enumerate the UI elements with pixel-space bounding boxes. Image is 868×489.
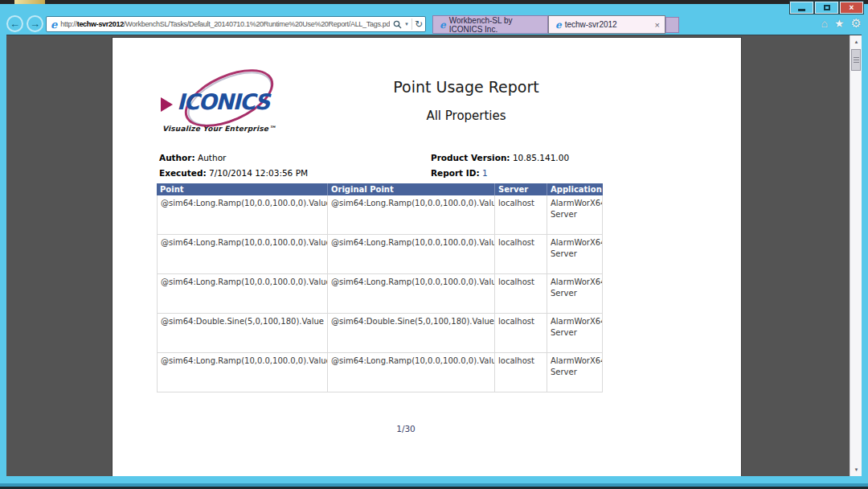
address-bar[interactable]: e http://techw-svr2012/WorkbenchSL/Tasks… xyxy=(46,16,426,32)
report-table-body: @sim64:Long.Ramp(10,0.0,100.0,0).Value@s… xyxy=(157,195,603,392)
back-button[interactable]: ← xyxy=(6,15,23,32)
scroll-down-icon: ▼ xyxy=(854,467,859,472)
table-cell-original_point: @sim64:Long.Ramp(10,0.0,100.0,0).Value xyxy=(328,353,495,392)
tab-techw-svr2012[interactable]: e techw-svr2012 × xyxy=(548,15,665,34)
table-row: @sim64:Long.Ramp(10,0.0,100.0,0).Value@s… xyxy=(157,195,603,235)
table-cell-original_point: @sim64:Long.Ramp(10,0.0,100.0,0).Value xyxy=(328,235,495,273)
table-cell-application: AlarmWorX64 Server xyxy=(547,274,603,313)
thumb-grip xyxy=(854,60,859,60)
window-controls: × xyxy=(790,2,863,14)
tab-label: techw-svr2012 xyxy=(565,20,617,29)
table-cell-point: @sim64:Long.Ramp(10,0.0,100.0,0).Value xyxy=(157,235,328,273)
table-cell-server: localhost xyxy=(495,195,547,234)
table-cell-point: @sim64:Long.Ramp(10,0.0,100.0,0).Value xyxy=(157,274,328,313)
table-row: @sim64:Long.Ramp(10,0.0,100.0,0).Value@s… xyxy=(157,353,603,392)
maximize-button[interactable] xyxy=(815,2,838,14)
table-cell-server: localhost xyxy=(495,235,547,273)
new-tab-button[interactable] xyxy=(665,17,679,33)
table-cell-point: @sim64:Long.Ramp(10,0.0,100.0,0).Value xyxy=(157,195,328,234)
thumb-grip xyxy=(854,62,859,63)
address-divider xyxy=(411,18,412,30)
ie-tab-icon: e xyxy=(440,20,446,30)
tab-label: Workbench-SL by ICONICS Inc. xyxy=(449,16,542,34)
url-host: techw-svr2012 xyxy=(77,20,124,28)
table-cell-original_point: @sim64:Long.Ramp(10,0.0,100.0,0).Value xyxy=(328,274,495,313)
autocomplete-caret-icon[interactable]: ▼ xyxy=(404,22,409,27)
logo-triangle-icon xyxy=(161,97,173,112)
table-cell-server: localhost xyxy=(495,314,547,352)
favorites-star-icon[interactable]: ★ xyxy=(834,18,845,29)
settings-gear-icon[interactable]: ⚙ xyxy=(851,17,862,29)
thumb-grip xyxy=(854,57,859,58)
table-cell-server: localhost xyxy=(495,274,547,313)
table-cell-application: AlarmWorX64 Server xyxy=(547,314,603,352)
column-header: Server xyxy=(495,183,547,195)
forward-button[interactable]: → xyxy=(27,15,43,32)
logo-tagline: Visualize Your Enterprise™ xyxy=(162,125,276,133)
scroll-up-icon: ▲ xyxy=(854,39,859,44)
vertical-scrollbar[interactable]: ▲ ▼ xyxy=(850,35,862,476)
minimize-icon xyxy=(798,9,805,11)
report-subtitle: All Properties xyxy=(313,109,619,123)
table-cell-application: AlarmWorX64 Server xyxy=(547,353,603,392)
maximize-icon xyxy=(824,5,830,10)
logo-brand-text: ICONICS xyxy=(177,89,269,114)
close-icon: × xyxy=(850,3,854,12)
browser-toolbar-icons: ⌂ ★ ⚙ xyxy=(821,17,862,29)
background-window-edge xyxy=(0,0,868,4)
table-cell-original_point: @sim64:Long.Ramp(10,0.0,100.0,0).Value xyxy=(328,195,495,234)
column-header: Point xyxy=(157,183,328,195)
ie-tab-icon: e xyxy=(555,20,562,30)
minimize-button[interactable] xyxy=(790,2,813,14)
table-cell-application: AlarmWorX64 Server xyxy=(547,195,603,234)
scrollbar-thumb[interactable] xyxy=(851,49,861,71)
tab-workbench[interactable]: e Workbench-SL by ICONICS Inc. xyxy=(432,15,548,34)
home-icon[interactable]: ⌂ xyxy=(821,18,828,29)
browser-navbar: ← → e http://techw-svr2012/WorkbenchSL/T… xyxy=(0,14,868,35)
table-row: @sim64:Double.Sine(5,0,100,180).Value@si… xyxy=(157,314,603,353)
column-header: Original Point xyxy=(328,183,495,195)
search-icon[interactable] xyxy=(393,20,402,29)
back-icon: ← xyxy=(10,18,20,30)
forward-icon: → xyxy=(30,18,40,30)
report-title: Point Usage Report xyxy=(313,78,619,96)
column-header: Application xyxy=(547,183,603,195)
refresh-icon[interactable]: ↻ xyxy=(415,18,423,30)
tab-close-icon[interactable]: × xyxy=(655,20,660,30)
scroll-up-button[interactable]: ▲ xyxy=(850,35,862,48)
table-cell-original_point: @sim64:Double.Sine(5,0,100,180).Value xyxy=(328,314,495,352)
table-row: @sim64:Long.Ramp(10,0.0,100.0,0).Value@s… xyxy=(157,274,603,314)
meta-product-version: Product Version: 10.85.141.00 xyxy=(431,153,569,162)
close-button[interactable]: × xyxy=(840,2,863,14)
point-usage-table: PointOriginal PointServerApplication @si… xyxy=(157,183,603,392)
background-window-accent xyxy=(14,0,45,4)
scroll-down-button[interactable]: ▼ xyxy=(850,463,862,476)
ie-page-icon: e xyxy=(51,19,57,30)
report-table-header: PointOriginal PointServerApplication xyxy=(157,183,603,195)
url-text[interactable]: http://techw-svr2012/WorkbenchSL/Tasks/D… xyxy=(60,20,390,28)
table-cell-point: @sim64:Long.Ramp(10,0.0,100.0,0).Value xyxy=(157,353,328,392)
meta-executed: Executed: 7/10/2014 12:03:56 PM xyxy=(159,168,308,178)
table-cell-server: localhost xyxy=(495,353,547,392)
table-cell-point: @sim64:Double.Sine(5,0,100,180).Value xyxy=(157,314,328,352)
table-row: @sim64:Long.Ramp(10,0.0,100.0,0).Value@s… xyxy=(157,235,603,274)
pdf-page: ICONICS Visualize Your Enterprise™ Point… xyxy=(113,38,741,476)
table-cell-application: AlarmWorX64 Server xyxy=(547,235,603,273)
pdf-viewer-area: ICONICS Visualize Your Enterprise™ Point… xyxy=(6,35,862,476)
iconics-logo: ICONICS Visualize Your Enterprise™ xyxy=(161,76,289,139)
meta-author: Author: Author xyxy=(159,153,226,162)
page-indicator: 1/30 xyxy=(113,424,699,434)
meta-report-id: Report ID: 1 xyxy=(431,168,488,178)
